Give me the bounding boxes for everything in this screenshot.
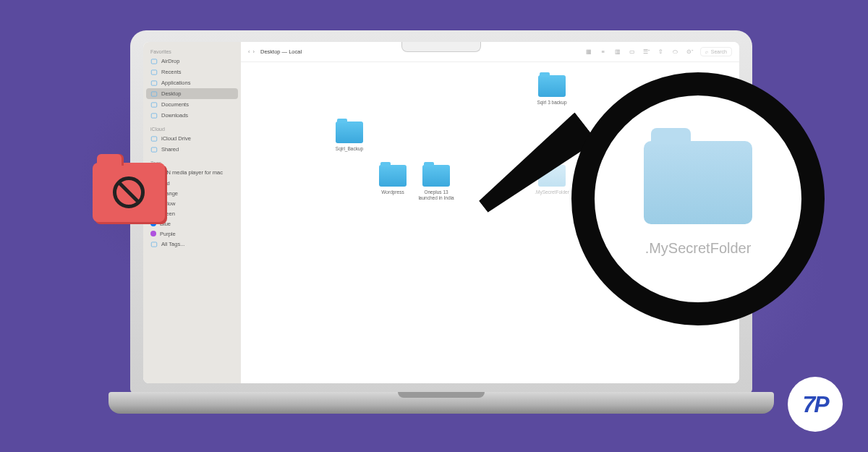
svg-rect-3 bbox=[151, 91, 157, 95]
svg-rect-6 bbox=[151, 136, 157, 140]
magnified-folder-icon bbox=[644, 141, 752, 224]
sidebar-item-recents[interactable]: Recents bbox=[143, 67, 241, 77]
apps-icon bbox=[150, 80, 158, 87]
action-icon[interactable]: ⊙ˇ bbox=[686, 48, 694, 56]
tag-icon[interactable]: ⬭ bbox=[671, 48, 680, 56]
window-title: Desktop — Local bbox=[260, 48, 302, 55]
toolbar-icons: ▦ ≡ ▥ ▭ ☰ˇ ⇧ ⬭ ⊙ˇ bbox=[584, 48, 694, 56]
sidebar-item-label: Purple bbox=[160, 231, 176, 237]
sidebar-item-label: Downloads bbox=[161, 112, 188, 119]
svg-rect-0 bbox=[151, 59, 157, 63]
back-button[interactable]: ‹ bbox=[248, 48, 250, 55]
folder-label: Oneplus 13 launched in India bbox=[414, 189, 458, 201]
folder-icon bbox=[422, 165, 450, 187]
share-icon[interactable]: ⇧ bbox=[657, 48, 665, 56]
alltags-icon bbox=[150, 241, 158, 248]
sidebar-item-shared[interactable]: Shared bbox=[143, 144, 241, 155]
sidebar-item-applications[interactable]: Applications bbox=[143, 77, 241, 88]
sidebar-section-header: Favorites bbox=[143, 48, 241, 56]
search-icon: ⌕ bbox=[705, 49, 708, 54]
svg-rect-4 bbox=[151, 102, 157, 106]
finder-toolbar: ‹ › Desktop — Local ▦ ≡ ▥ ▭ ☰ˇ ⇧ ⬭ ⊙ˇ bbox=[241, 42, 739, 62]
group-icon[interactable]: ☰ˇ bbox=[642, 48, 651, 56]
download-icon bbox=[150, 112, 158, 119]
shared-icon bbox=[150, 146, 158, 153]
tag-dot-icon bbox=[150, 231, 156, 236]
magnified-folder-label: .MySecretFolder bbox=[645, 240, 752, 257]
folder-label: Wordpress bbox=[381, 189, 404, 195]
sidebar-item-label: Recents bbox=[161, 69, 182, 75]
magnifier-lens: .MySecretFolder bbox=[571, 72, 825, 325]
sidebar-item-label: INN media player for mac bbox=[161, 169, 223, 176]
sidebar-item-label: AirDrop bbox=[161, 58, 179, 64]
cloud-icon bbox=[150, 135, 158, 142]
view-icon-grid[interactable]: ▦ bbox=[584, 48, 593, 56]
folder-sqirl-backup[interactable]: Sqirl_Backup bbox=[328, 121, 371, 152]
sidebar-item-label: All Tags... bbox=[161, 241, 184, 247]
nav-buttons: ‹ › bbox=[248, 48, 255, 55]
logo-text: 7P bbox=[802, 391, 827, 418]
svg-rect-5 bbox=[151, 113, 157, 117]
sidebar-item-icloud-drive[interactable]: iCloud Drive bbox=[143, 133, 241, 144]
brand-logo: 7P bbox=[788, 377, 843, 432]
sidebar-item-purple[interactable]: Purple bbox=[143, 229, 241, 239]
folder-oneplus-13-launched-in-india[interactable]: Oneplus 13 launched in India bbox=[414, 165, 458, 201]
sidebar-item-downloads[interactable]: Downloads bbox=[143, 110, 241, 121]
forward-button[interactable]: › bbox=[253, 48, 255, 55]
search-placeholder: Search bbox=[711, 49, 727, 54]
view-icon-list[interactable]: ≡ bbox=[599, 48, 608, 56]
sidebar-item-documents[interactable]: Documents bbox=[143, 99, 241, 110]
folder-label: Sqirl_Backup bbox=[336, 146, 363, 152]
laptop-base bbox=[109, 392, 774, 414]
sidebar-item-label: iCloud Drive bbox=[161, 135, 191, 142]
folder-wordpress[interactable]: Wordpress bbox=[371, 165, 414, 195]
sidebar-item-label: Documents bbox=[161, 101, 189, 108]
view-icon-column[interactable]: ▥ bbox=[613, 48, 622, 56]
airdrop-icon bbox=[150, 58, 158, 65]
search-field[interactable]: ⌕ Search bbox=[700, 47, 732, 56]
sidebar-item-desktop[interactable]: Desktop bbox=[146, 88, 238, 99]
svg-rect-2 bbox=[151, 80, 157, 85]
red-folder-body bbox=[93, 163, 165, 222]
sidebar-item-all-tags-[interactable]: All Tags... bbox=[143, 239, 241, 250]
notch bbox=[401, 42, 481, 52]
folder-icon bbox=[336, 121, 363, 143]
desktop-icon bbox=[150, 90, 158, 98]
prohibit-icon bbox=[113, 176, 145, 208]
svg-rect-9 bbox=[151, 242, 157, 246]
doc-icon bbox=[150, 101, 158, 108]
sidebar-item-label: Applications bbox=[161, 80, 190, 86]
view-icon-gallery[interactable]: ▭ bbox=[628, 48, 637, 56]
sidebar-item-airdrop[interactable]: AirDrop bbox=[143, 56, 241, 67]
red-prohibited-folder-graphic bbox=[93, 163, 165, 222]
svg-rect-7 bbox=[151, 147, 157, 151]
magnifier-graphic: .MySecretFolder bbox=[535, 72, 825, 362]
svg-rect-1 bbox=[151, 69, 157, 74]
sidebar-section-header: iCloud bbox=[143, 125, 241, 133]
sidebar-item-label: Shared bbox=[161, 146, 179, 153]
clock-icon bbox=[150, 69, 158, 76]
sidebar-item-label: Desktop bbox=[161, 90, 182, 97]
folder-icon bbox=[379, 165, 407, 187]
